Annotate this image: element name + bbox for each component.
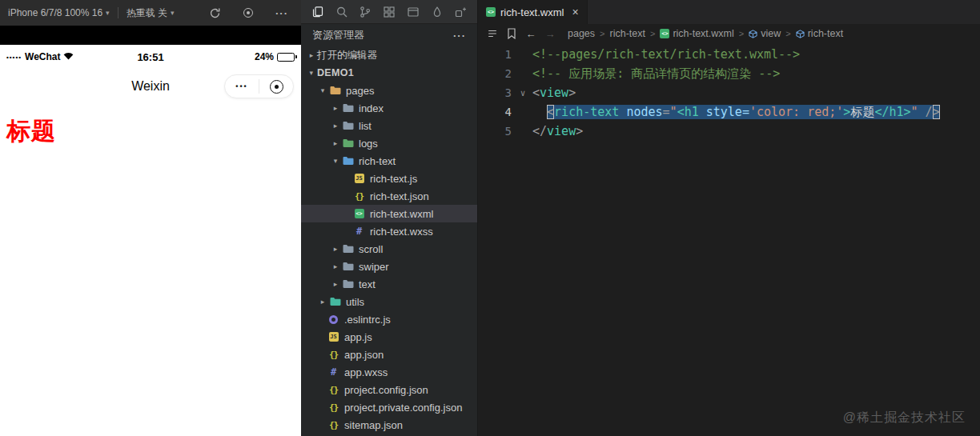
line-number[interactable]: 2: [478, 67, 515, 80]
tree-item-label: rich-text.wxml: [370, 208, 433, 220]
line-number[interactable]: 3: [478, 86, 515, 99]
folder-icon: [341, 121, 355, 130]
line-number[interactable]: 5: [478, 125, 515, 138]
source-control-icon[interactable]: [358, 5, 372, 19]
tree-item-app.json[interactable]: {}app.json: [301, 346, 477, 363]
code-line-5[interactable]: 5</view>: [478, 122, 980, 141]
tree-item-text[interactable]: ▸text: [301, 275, 477, 293]
tree-item-sitemap.json[interactable]: {}sitemap.json: [301, 416, 477, 434]
project-section[interactable]: ▾ DEMO1: [301, 64, 477, 82]
chevron-down-icon: ▾: [171, 9, 175, 17]
project-label: DEMO1: [317, 67, 354, 78]
breadcrumb-item-rich-text[interactable]: rich-text: [610, 28, 645, 39]
plugin-icon[interactable]: [453, 5, 468, 19]
more-icon[interactable]: ···: [274, 5, 290, 21]
breadcrumb-item-rich-text[interactable]: rich-text: [796, 28, 843, 39]
tree-item-.eslintrc.js[interactable]: .eslintrc.js: [301, 310, 477, 328]
code-line-4[interactable]: 4 <rich-text nodes="<h1 style='color: re…: [478, 102, 980, 122]
chevron-right-icon: ▸: [306, 51, 317, 59]
tree-item-pages[interactable]: ▾pages: [301, 82, 477, 99]
wxml-file-icon: <>: [486, 7, 496, 17]
refresh-icon[interactable]: [207, 5, 223, 21]
code-editor[interactable]: 1<!--pages/rich-text/rich-text.wxml-->2<…: [478, 43, 980, 436]
hot-reload-label: 热重载 关: [127, 6, 167, 20]
line-number[interactable]: 1: [478, 48, 515, 61]
wxss-file-icon: #: [356, 226, 362, 237]
phone-simulator: iPhone 6/7/8 100% 16 ▾ 热重载 关 ▾ ··· •••••…: [0, 0, 301, 436]
tree-item-swiper[interactable]: ▸swiper: [301, 258, 477, 275]
tree-item-rich-text.js[interactable]: JSrich-text.js: [301, 170, 477, 187]
record-icon[interactable]: [240, 5, 256, 21]
page-title: Weixin: [131, 79, 170, 94]
chevron-right-icon: ▸: [330, 280, 341, 288]
chevron-down-icon: ▾: [330, 157, 341, 165]
capsule-home-button[interactable]: [259, 75, 293, 98]
code-text: <rich-text nodes="<h1 style='color: red;…: [531, 105, 940, 120]
json-file-icon: {}: [355, 191, 363, 202]
files-icon[interactable]: [311, 5, 325, 19]
battery-icon: [277, 53, 295, 62]
tree-item-list[interactable]: ▸list: [301, 117, 477, 134]
tree-item-app.js[interactable]: JSapp.js: [301, 328, 477, 346]
tree-item-label: app.json: [344, 349, 384, 361]
breadcrumb-item-pages[interactable]: pages: [568, 28, 595, 39]
tree-item-logs[interactable]: ▸logs: [301, 134, 477, 152]
symbol-icon: [796, 30, 805, 38]
eslint-file-icon: [329, 315, 338, 324]
tree-item-rich-text.json[interactable]: {}rich-text.json: [301, 187, 477, 205]
cloud-icon[interactable]: [430, 5, 444, 19]
folder-icon: [341, 279, 355, 289]
chevron-right-icon: ▸: [330, 262, 341, 270]
breadcrumb-item-rich-text.wxml[interactable]: <>rich-text.wxml: [660, 28, 733, 39]
tree-item-label: scroll: [359, 243, 383, 255]
code-line-3[interactable]: 3∨<view>: [478, 83, 980, 102]
tab-rich-text-wxml[interactable]: <> rich-text.wxml ×: [478, 0, 588, 24]
watermark: @稀土掘金技术社区: [843, 410, 966, 426]
js-file-icon: JS: [329, 332, 339, 342]
back-arrow-icon[interactable]: ←: [524, 27, 537, 40]
search-icon[interactable]: [335, 5, 349, 19]
capsule-more-button[interactable]: •••: [225, 75, 259, 98]
tree-item-project.config.json[interactable]: {}project.config.json: [301, 381, 477, 398]
device-selector[interactable]: iPhone 6/7/8 100% 16 ▾: [8, 7, 110, 18]
breadcrumb-item-view[interactable]: view: [749, 28, 781, 39]
tree-item-app.wxss[interactable]: #app.wxss: [301, 363, 477, 381]
json-file-icon: {}: [329, 402, 338, 413]
tree-item-project.private.config.json[interactable]: {}project.private.config.json: [301, 398, 477, 416]
tree-item-label: pages: [346, 85, 374, 97]
breadcrumb-separator-icon: >: [739, 29, 744, 38]
outline-icon[interactable]: [486, 27, 499, 40]
wxml-file-icon: <>: [355, 209, 364, 218]
tree-item-rich-text[interactable]: ▾rich-text: [301, 152, 477, 170]
forward-arrow-icon[interactable]: →: [544, 27, 556, 40]
file-tree: ▾pages▸index▸list▸logs▾rich-textJSrich-t…: [301, 82, 477, 436]
breadcrumb-separator-icon: >: [650, 29, 655, 38]
chevron-down-icon: ▾: [106, 9, 110, 17]
code-text: <!-- 应用场景: 商品详情页的结构渲染 -->: [531, 66, 780, 82]
extensions-icon[interactable]: [382, 5, 396, 19]
folder-icon: [328, 297, 342, 306]
tree-item-label: rich-text.js: [370, 173, 417, 185]
fold-arrow-icon[interactable]: ∨: [515, 88, 531, 98]
more-icon[interactable]: ···: [453, 30, 466, 42]
code-text: </view>: [531, 124, 583, 138]
tree-item-scroll[interactable]: ▸scroll: [301, 240, 477, 258]
line-number[interactable]: 4: [478, 106, 515, 118]
nav-bar: Weixin •••: [0, 69, 301, 104]
close-icon[interactable]: ×: [572, 6, 578, 18]
tree-item-utils[interactable]: ▸utils: [301, 293, 477, 310]
tree-item-rich-text.wxml[interactable]: <>rich-text.wxml: [301, 205, 477, 222]
tree-item-label: app.js: [344, 331, 372, 343]
code-line-1[interactable]: 1<!--pages/rich-text/rich-text.wxml-->: [478, 45, 980, 64]
bookmark-icon[interactable]: [505, 27, 518, 40]
hot-reload-toggle[interactable]: 热重载 关 ▾: [127, 6, 175, 20]
record-circle: [243, 8, 253, 18]
open-editors-label: 打开的编辑器: [317, 49, 377, 62]
preview-icon[interactable]: [406, 5, 420, 19]
code-line-2[interactable]: 2<!-- 应用场景: 商品详情页的结构渲染 -->: [478, 64, 980, 83]
tree-item-rich-text.wxss[interactable]: #rich-text.wxss: [301, 222, 477, 240]
open-editors-section[interactable]: ▸ 打开的编辑器: [301, 46, 477, 64]
tree-item-index[interactable]: ▸index: [301, 99, 477, 117]
tree-item-label: rich-text: [359, 155, 396, 167]
tree-item-label: project.private.config.json: [344, 402, 462, 414]
